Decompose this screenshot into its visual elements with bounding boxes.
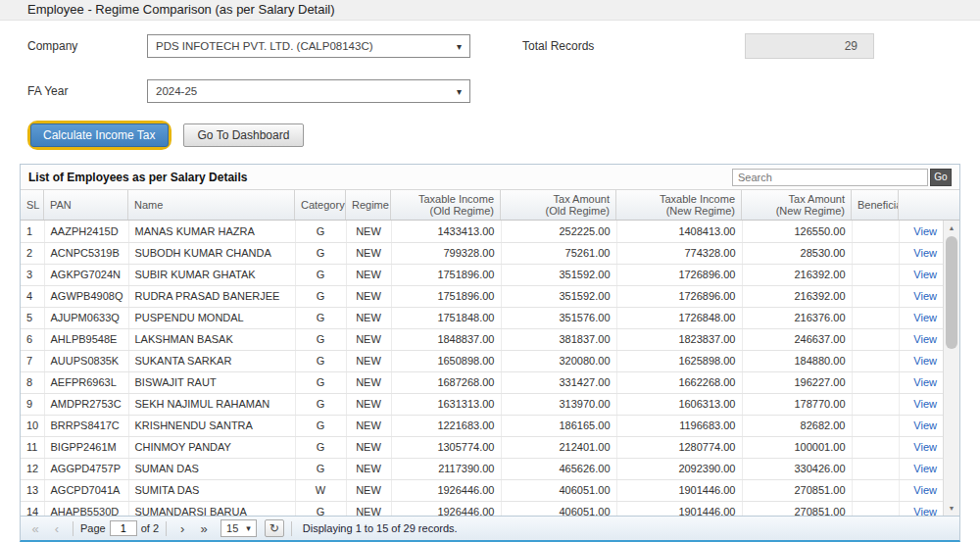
column-header-taxable-income-new: Taxable Income(New Regime) bbox=[616, 190, 742, 220]
view-link[interactable]: View bbox=[913, 355, 937, 367]
cell: NEW bbox=[346, 350, 391, 371]
cell: NEW bbox=[346, 371, 391, 393]
scroll-down-icon[interactable]: ▼ bbox=[944, 501, 959, 516]
page-number-input[interactable] bbox=[110, 520, 137, 536]
cell: NEW bbox=[346, 242, 391, 264]
pagination-bar: « ‹ Page of 2 › » 15 ▾ ↻ Displaying 1 to… bbox=[21, 516, 959, 540]
page-size-select[interactable]: 15 ▾ bbox=[220, 519, 257, 537]
cell: 351592.00 bbox=[501, 264, 616, 285]
highlight-annotation: Calculate Income Tax bbox=[27, 121, 172, 150]
cell: AMDPR2753C bbox=[44, 393, 128, 415]
view-cell: View bbox=[899, 479, 943, 501]
cell: 331427.00 bbox=[501, 371, 616, 393]
refresh-button[interactable]: ↻ bbox=[265, 519, 284, 537]
first-page-button[interactable]: « bbox=[26, 522, 44, 535]
beneficial-cell bbox=[852, 285, 899, 307]
view-link[interactable]: View bbox=[913, 398, 937, 410]
table-row[interactable]: 10BRRPS8417CKRISHNENDU SANTRAGNEW1221683… bbox=[21, 415, 943, 436]
cell: G bbox=[295, 328, 346, 350]
cell: 1926446.00 bbox=[391, 479, 501, 501]
fa-year-select[interactable]: 2024-25 ▾ bbox=[147, 79, 470, 103]
scrollbar-thumb[interactable] bbox=[946, 236, 957, 349]
table-row[interactable]: 9AMDPR2753CSEKH NAJIMUL RAHAMANGNEW16313… bbox=[21, 393, 943, 415]
app: Employee - Regime Comparison (as per Sal… bbox=[0, 0, 980, 542]
view-link[interactable]: View bbox=[913, 290, 937, 302]
cell: NEW bbox=[346, 307, 391, 328]
company-select[interactable]: PDS INFOTECH PVT. LTD. (CALP08143C) ▾ bbox=[147, 34, 470, 58]
filter-form: Company PDS INFOTECH PVT. LTD. (CALP0814… bbox=[0, 33, 980, 103]
cell: 12 bbox=[21, 458, 44, 479]
cell: 186165.00 bbox=[501, 415, 616, 436]
beneficial-cell bbox=[852, 436, 899, 458]
view-link[interactable]: View bbox=[913, 376, 937, 388]
calculate-income-tax-button[interactable]: Calculate Income Tax bbox=[30, 123, 169, 147]
cell: NEW bbox=[346, 328, 391, 350]
cell: 1433413.00 bbox=[391, 221, 501, 242]
table-row[interactable]: 2ACNPC5319BSUBODH KUMAR CHANDAGNEW799328… bbox=[21, 242, 943, 264]
cell: 14 bbox=[21, 501, 44, 516]
view-link[interactable]: View bbox=[913, 333, 937, 345]
column-header-regime: Regime bbox=[346, 190, 391, 220]
table-row[interactable]: 4AGWPB4908QRUDRA PRASAD BANERJEEGNEW1751… bbox=[21, 285, 943, 307]
cell: 1662268.00 bbox=[616, 371, 742, 393]
view-link[interactable]: View bbox=[913, 506, 937, 516]
view-link[interactable]: View bbox=[913, 312, 937, 323]
cell: G bbox=[295, 221, 346, 242]
cell: SUMITA DAS bbox=[128, 479, 295, 501]
view-link[interactable]: View bbox=[913, 441, 937, 453]
cell: AJUPM0633Q bbox=[44, 307, 128, 328]
next-page-button[interactable]: › bbox=[173, 522, 191, 535]
chevron-down-icon: ▾ bbox=[457, 86, 462, 97]
view-link[interactable]: View bbox=[913, 247, 937, 259]
cell: AAZPH2415D bbox=[44, 221, 128, 242]
view-link[interactable]: View bbox=[913, 225, 937, 237]
prev-page-button[interactable]: ‹ bbox=[48, 522, 66, 535]
view-cell: View bbox=[899, 328, 943, 350]
cell: LAKSHMAN BASAK bbox=[128, 328, 295, 350]
cell: 406051.00 bbox=[501, 501, 616, 516]
scroll-up-icon[interactable]: ▲ bbox=[944, 221, 959, 235]
table-row[interactable]: 5AJUPM0633QPUSPENDU MONDALGNEW1751848.00… bbox=[21, 307, 943, 328]
cell: 28530.00 bbox=[742, 242, 852, 264]
cell: SUMANDARSI BARUA bbox=[128, 501, 295, 516]
search-input[interactable] bbox=[732, 169, 928, 186]
cell: 1221683.00 bbox=[391, 415, 501, 436]
table-row[interactable]: 12AGGPD4757PSUMAN DASGNEW2117390.0046562… bbox=[21, 458, 943, 479]
table-row[interactable]: 11BIGPP2461MCHINMOY PANDAYGNEW1305774.00… bbox=[21, 436, 943, 458]
cell: G bbox=[295, 371, 346, 393]
table-row[interactable]: 6AHLPB9548ELAKSHMAN BASAKGNEW1848837.003… bbox=[21, 328, 943, 350]
view-link[interactable]: View bbox=[913, 463, 937, 474]
cell: 1726848.00 bbox=[616, 307, 742, 328]
view-cell: View bbox=[899, 436, 943, 458]
employee-table-body: 1AAZPH2415DMANAS KUMAR HAZRAGNEW1433413.… bbox=[21, 221, 943, 516]
go-to-dashboard-button[interactable]: Go To Dashboard bbox=[183, 123, 305, 147]
table-row[interactable]: 8AEFPR6963LBISWAJIT RAUTGNEW1687268.0033… bbox=[21, 371, 943, 393]
search-go-button[interactable]: Go bbox=[930, 169, 952, 186]
beneficial-cell bbox=[852, 479, 899, 501]
vertical-scrollbar[interactable]: ▲ ▼ bbox=[943, 221, 959, 516]
table-row[interactable]: 13AGCPD7041ASUMITA DASWNEW1926446.004060… bbox=[21, 479, 943, 501]
view-link[interactable]: View bbox=[913, 484, 937, 496]
chevron-down-icon: ▾ bbox=[457, 41, 462, 52]
last-page-button[interactable]: » bbox=[195, 522, 213, 535]
cell: 1305774.00 bbox=[391, 436, 501, 458]
view-cell: View bbox=[899, 501, 943, 516]
table-row[interactable]: 1AAZPH2415DMANAS KUMAR HAZRAGNEW1433413.… bbox=[21, 221, 943, 242]
cell: 1726896.00 bbox=[616, 264, 742, 285]
cell: ACNPC5319B bbox=[44, 242, 128, 264]
view-link[interactable]: View bbox=[913, 419, 937, 431]
cell: NEW bbox=[346, 285, 391, 307]
table-row[interactable]: 14AHAPB5530DSUMANDARSI BARUAGNEW1926446.… bbox=[21, 501, 943, 516]
cell: 774328.00 bbox=[616, 242, 742, 264]
column-header-taxable-income-old: Taxable Income(Old Regime) bbox=[391, 190, 501, 220]
table-row[interactable]: 3AGKPG7024NSUBIR KUMAR GHATAKGNEW1751896… bbox=[21, 264, 943, 285]
cell: 13 bbox=[21, 479, 44, 501]
table-row[interactable]: 7AUUPS0835KSUKANTA SARKARGNEW1650898.003… bbox=[21, 350, 943, 371]
total-records-field: 29 bbox=[745, 33, 874, 59]
cell: 1631313.00 bbox=[391, 393, 501, 415]
cell: 3 bbox=[21, 264, 44, 285]
cell: G bbox=[295, 264, 346, 285]
cell: 196227.00 bbox=[742, 371, 852, 393]
view-link[interactable]: View bbox=[913, 269, 937, 280]
cell: RUDRA PRASAD BANERJEE bbox=[128, 285, 295, 307]
